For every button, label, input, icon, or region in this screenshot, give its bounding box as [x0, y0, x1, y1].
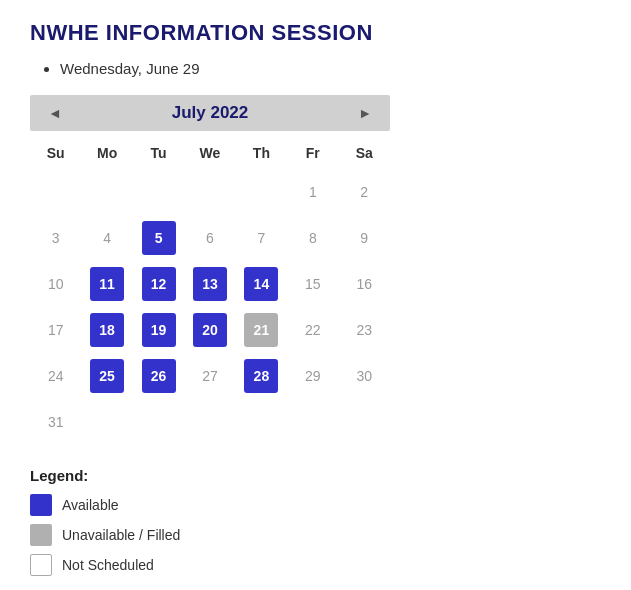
- legend-title: Legend:: [30, 467, 601, 484]
- calendar-day-cell: [236, 169, 287, 215]
- calendar-day-cell[interactable]: 11: [81, 261, 132, 307]
- calendar-day-cell[interactable]: 25: [81, 353, 132, 399]
- calendar-day-cell[interactable]: 7: [236, 215, 287, 261]
- weekday-header: Su: [30, 141, 81, 169]
- next-month-button[interactable]: ►: [352, 103, 378, 123]
- calendar-day-cell: [184, 399, 235, 445]
- calendar-header: ◄ July 2022 ►: [30, 95, 390, 131]
- calendar-day-cell: [339, 399, 390, 445]
- weekday-header: Th: [236, 141, 287, 169]
- calendar-day-cell: [133, 399, 184, 445]
- legend-not-scheduled-box: [30, 554, 52, 576]
- calendar-day-cell[interactable]: 10: [30, 261, 81, 307]
- legend-available-label: Available: [62, 497, 119, 513]
- legend-available-box: [30, 494, 52, 516]
- calendar-week-row: 24252627282930: [30, 353, 390, 399]
- legend-unavailable-label: Unavailable / Filled: [62, 527, 180, 543]
- calendar-day-cell[interactable]: 8: [287, 215, 338, 261]
- calendar-grid: SuMoTuWeThFrSa 1234567891011121314151617…: [30, 141, 390, 445]
- weekday-header: Fr: [287, 141, 338, 169]
- calendar-day-cell: [81, 169, 132, 215]
- calendar-week-row: 12: [30, 169, 390, 215]
- calendar-day-cell: [236, 399, 287, 445]
- calendar-day-cell[interactable]: 28: [236, 353, 287, 399]
- calendar-day-cell[interactable]: 9: [339, 215, 390, 261]
- calendar-day-cell[interactable]: 30: [339, 353, 390, 399]
- weekday-header: Tu: [133, 141, 184, 169]
- calendar-week-row: 3456789: [30, 215, 390, 261]
- calendar-day-cell[interactable]: 27: [184, 353, 235, 399]
- calendar-week-row: 10111213141516: [30, 261, 390, 307]
- weekday-header: Sa: [339, 141, 390, 169]
- calendar-day-cell[interactable]: 26: [133, 353, 184, 399]
- calendar-day-cell[interactable]: 16: [339, 261, 390, 307]
- calendar-day-cell[interactable]: 18: [81, 307, 132, 353]
- legend-unavailable-box: [30, 524, 52, 546]
- calendar-day-cell[interactable]: 29: [287, 353, 338, 399]
- calendar-day-cell[interactable]: 4: [81, 215, 132, 261]
- calendar-day-cell[interactable]: 31: [30, 399, 81, 445]
- calendar-day-cell[interactable]: 23: [339, 307, 390, 353]
- legend-not-scheduled: Not Scheduled: [30, 554, 601, 576]
- calendar-week-row: 17181920212223: [30, 307, 390, 353]
- subtitle-item: Wednesday, June 29: [60, 60, 601, 77]
- calendar-day-cell[interactable]: 24: [30, 353, 81, 399]
- calendar-day-cell[interactable]: 15: [287, 261, 338, 307]
- calendar-week-row: 31: [30, 399, 390, 445]
- calendar-day-cell: [287, 399, 338, 445]
- calendar-day-cell[interactable]: 2: [339, 169, 390, 215]
- calendar-day-cell: [81, 399, 132, 445]
- subtitle-list: Wednesday, June 29: [60, 60, 601, 77]
- calendar-day-cell[interactable]: 17: [30, 307, 81, 353]
- page-title: NWHE INFORMATION SESSION: [30, 20, 601, 46]
- weekday-row: SuMoTuWeThFrSa: [30, 141, 390, 169]
- calendar-day-cell[interactable]: 3: [30, 215, 81, 261]
- calendar-day-cell[interactable]: 13: [184, 261, 235, 307]
- calendar-day-cell[interactable]: 14: [236, 261, 287, 307]
- calendar-month-label: July 2022: [172, 103, 249, 123]
- calendar-body: 1234567891011121314151617181920212223242…: [30, 169, 390, 445]
- calendar-day-cell[interactable]: 20: [184, 307, 235, 353]
- calendar-day-cell: [30, 169, 81, 215]
- calendar-day-cell[interactable]: 6: [184, 215, 235, 261]
- calendar-day-cell[interactable]: 22: [287, 307, 338, 353]
- calendar: ◄ July 2022 ► SuMoTuWeThFrSa 12345678910…: [30, 95, 390, 445]
- calendar-day-cell: [133, 169, 184, 215]
- legend-unavailable: Unavailable / Filled: [30, 524, 601, 546]
- calendar-day-cell[interactable]: 12: [133, 261, 184, 307]
- calendar-day-cell[interactable]: 1: [287, 169, 338, 215]
- legend-available: Available: [30, 494, 601, 516]
- legend-section: Legend: Available Unavailable / Filled N…: [30, 467, 601, 576]
- weekday-header: Mo: [81, 141, 132, 169]
- weekday-header: We: [184, 141, 235, 169]
- calendar-day-cell: [184, 169, 235, 215]
- calendar-day-cell[interactable]: 19: [133, 307, 184, 353]
- legend-not-scheduled-label: Not Scheduled: [62, 557, 154, 573]
- prev-month-button[interactable]: ◄: [42, 103, 68, 123]
- calendar-day-cell[interactable]: 5: [133, 215, 184, 261]
- calendar-day-cell[interactable]: 21: [236, 307, 287, 353]
